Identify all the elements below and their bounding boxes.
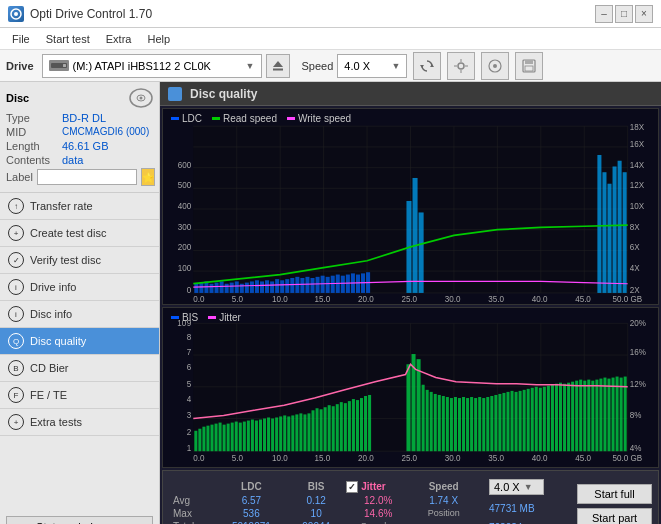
menu-extra[interactable]: Extra — [98, 31, 140, 47]
svg-rect-197 — [506, 392, 509, 451]
svg-text:3: 3 — [187, 412, 192, 421]
menu-file[interactable]: File — [4, 31, 38, 47]
start-part-button[interactable]: Start part — [577, 508, 652, 524]
max-jitter: 14.6% — [344, 507, 412, 520]
svg-rect-140 — [239, 423, 242, 452]
save-button[interactable] — [515, 52, 543, 80]
nav-disc-quality[interactable]: Q Disc quality — [0, 328, 159, 355]
svg-rect-152 — [287, 417, 290, 452]
svg-rect-189 — [474, 398, 477, 451]
svg-rect-220 — [599, 379, 602, 452]
svg-rect-163 — [332, 407, 335, 452]
svg-rect-169 — [356, 400, 359, 451]
svg-text:45.0: 45.0 — [575, 294, 591, 305]
svg-rect-203 — [531, 388, 534, 451]
svg-point-9 — [458, 63, 464, 69]
svg-rect-160 — [320, 410, 323, 452]
maximize-button[interactable]: □ — [615, 5, 633, 23]
create-disc-icon: + — [8, 225, 24, 241]
position-samples: 4.0 X ▼ 47731 MB 763234 — [481, 471, 571, 524]
svg-text:8: 8 — [187, 333, 192, 342]
avg-bis: 0.12 — [288, 494, 344, 507]
samples-label: Samples — [344, 520, 412, 525]
svg-point-15 — [493, 64, 497, 68]
type-value: BD-R DL — [62, 112, 106, 124]
svg-rect-214 — [575, 381, 578, 452]
settings-button[interactable] — [447, 52, 475, 80]
svg-rect-17 — [525, 60, 533, 64]
svg-rect-221 — [603, 378, 606, 452]
svg-rect-192 — [486, 397, 489, 451]
svg-rect-177 — [426, 390, 429, 451]
avg-label: Avg — [169, 494, 215, 507]
svg-rect-78 — [413, 178, 418, 293]
svg-rect-60 — [285, 279, 289, 293]
svg-rect-129 — [194, 431, 197, 451]
nav-extra-tests[interactable]: + Extra tests — [0, 409, 159, 436]
svg-rect-69 — [331, 276, 335, 293]
svg-rect-54 — [255, 280, 259, 293]
bottom-chart-svg: 1 2 3 4 5 6 7 8 9 10 4% 8% 12% 16% 20% — [163, 308, 658, 467]
eject-button[interactable] — [266, 54, 290, 78]
svg-rect-72 — [346, 275, 350, 293]
drive-icon — [49, 59, 69, 73]
stats-row-total: Total 5019271 90044 Samples — [169, 520, 475, 525]
nav-drive-info[interactable]: i Drive info — [0, 274, 159, 301]
total-ldc: 5019271 — [215, 520, 289, 525]
svg-rect-202 — [527, 389, 530, 451]
svg-rect-146 — [263, 419, 266, 452]
menu-help[interactable]: Help — [139, 31, 178, 47]
type-label: Type — [6, 112, 58, 124]
refresh-button[interactable] — [413, 52, 441, 80]
label-button[interactable]: ⭐ — [141, 168, 155, 186]
top-chart-svg: 0 100 200 300 400 500 600 2X 4X 6X 8X 10… — [163, 109, 658, 304]
speed-select-bottom[interactable]: 4.0 X ▼ — [489, 479, 544, 495]
nav-disc-info[interactable]: i Disc info — [0, 301, 159, 328]
svg-rect-55 — [260, 281, 264, 292]
disc-section: Disc Type BD-R DL MID CMCMAGDI6 (000) Le… — [0, 82, 159, 193]
minimize-button[interactable]: – — [595, 5, 613, 23]
svg-rect-193 — [490, 396, 493, 451]
eject2-button[interactable] — [481, 52, 509, 80]
speed-select[interactable]: 4.0 X ▼ — [337, 54, 407, 78]
stats-row-avg: Avg 6.57 0.12 12.0% 1.74 X — [169, 494, 475, 507]
svg-text:30.0: 30.0 — [445, 455, 461, 464]
svg-text:12%: 12% — [630, 380, 646, 389]
svg-rect-166 — [344, 404, 347, 452]
nav-verify-test-disc[interactable]: ✓ Verify test disc — [0, 247, 159, 274]
ldc-dot — [171, 117, 179, 120]
drive-select[interactable]: (M:) ATAPI iHBS112 2 CL0K ▼ — [42, 54, 262, 78]
start-full-button[interactable]: Start full — [577, 484, 652, 504]
svg-text:600: 600 — [178, 159, 192, 170]
svg-rect-150 — [279, 417, 282, 452]
svg-rect-213 — [571, 382, 574, 452]
drive-dropdown-arrow: ▼ — [246, 61, 255, 71]
svg-rect-196 — [502, 393, 505, 451]
svg-rect-155 — [299, 414, 302, 452]
svg-point-1 — [14, 12, 18, 16]
nav-fe-te[interactable]: F FE / TE — [0, 382, 159, 409]
svg-text:35.0: 35.0 — [488, 455, 504, 464]
svg-rect-178 — [430, 392, 433, 451]
svg-rect-216 — [583, 381, 586, 452]
nav-cd-bier[interactable]: B CD Bier — [0, 355, 159, 382]
col-header-empty — [169, 480, 215, 494]
mid-value: CMCMAGDI6 (000) — [62, 126, 149, 138]
svg-text:5: 5 — [187, 380, 192, 389]
svg-text:10.0: 10.0 — [272, 455, 288, 464]
svg-text:15.0: 15.0 — [315, 455, 331, 464]
label-input[interactable] — [37, 169, 137, 185]
nav-create-test-disc[interactable]: + Create test disc — [0, 220, 159, 247]
write-dot — [287, 117, 295, 120]
svg-rect-130 — [198, 429, 201, 452]
content-header: Disc quality — [160, 82, 661, 106]
close-button[interactable]: × — [635, 5, 653, 23]
nav-transfer-rate[interactable]: ↑ Transfer rate — [0, 193, 159, 220]
menu-start-test[interactable]: Start test — [38, 31, 98, 47]
svg-text:7: 7 — [187, 348, 192, 357]
svg-text:5.0: 5.0 — [232, 455, 244, 464]
status-window-button[interactable]: Status window >> — [6, 516, 153, 524]
speed-label-val — [412, 520, 475, 525]
extra-tests-icon: + — [8, 414, 24, 430]
jitter-checkbox[interactable]: ✓ — [346, 481, 358, 493]
